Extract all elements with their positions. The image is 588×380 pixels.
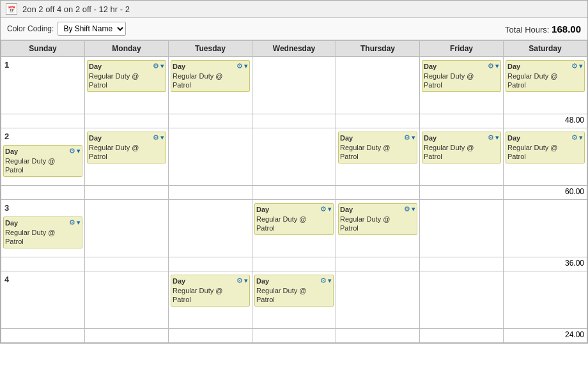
gear-icon[interactable] [153, 62, 159, 70]
dropdown-arrow-icon[interactable] [495, 62, 499, 70]
shift-actions-w2-d5[interactable] [488, 133, 499, 142]
week-hours-3: 36.00 [504, 257, 587, 271]
header-friday: Friday [420, 41, 504, 57]
toolbar: Color Coding: By Shift Name By Position … [1, 18, 587, 40]
header-wednesday: Wednesday [252, 41, 336, 57]
dropdown-arrow-icon[interactable] [495, 133, 499, 142]
shift-name-w2-d6: Day [507, 134, 520, 142]
shift-header-w1-d1-s0: Day [89, 62, 164, 70]
dropdown-arrow-icon[interactable] [328, 205, 332, 213]
total-hours-label: Total Hours: [505, 25, 549, 34]
shift-actions-w4-d2[interactable] [236, 277, 248, 285]
hours-empty-w2-d4 [336, 186, 420, 200]
dropdown-arrow-icon[interactable] [77, 218, 81, 227]
shift-card-w2-d6-s0: DayRegular Duty @ Patrol [506, 132, 585, 163]
gear-icon[interactable] [571, 133, 578, 142]
shift-duty-w1-d5: Regular Duty @ Patrol [424, 72, 499, 90]
hours-empty-w2-d0 [1, 186, 85, 200]
week4-day3: DayRegular Duty @ Patrol [252, 271, 336, 329]
gear-icon[interactable] [404, 205, 410, 213]
shift-name-w3-d3: Day [256, 206, 269, 213]
shift-duty-w3-d0: Regular Duty @ Patrol [5, 228, 81, 247]
shift-actions-w3-d3[interactable] [320, 205, 332, 213]
shift-duty-w1-d6: Regular Duty @ Patrol [507, 72, 583, 90]
gear-icon[interactable] [153, 133, 159, 142]
gear-icon[interactable] [69, 147, 75, 155]
shift-card-w3-d0-s0: DayRegular Duty @ Patrol [3, 217, 82, 248]
shift-header-w2-d6-s0: Day [507, 133, 583, 142]
week2-day5: DayRegular Duty @ Patrol [420, 128, 504, 186]
calendar-table: Sunday Monday Tuesday Wednesday Thursday… [1, 40, 587, 343]
shift-card-w2-d5-s0: DayRegular Duty @ Patrol [422, 132, 501, 163]
gear-icon[interactable] [320, 277, 327, 285]
shift-header-w4-d2-s0: Day [173, 277, 248, 285]
calendar-header-row: Sunday Monday Tuesday Wednesday Thursday… [1, 41, 587, 57]
app-container: 📅 2on 2 off 4 on 2 off - 12 hr - 2 Color… [0, 0, 588, 344]
shift-duty-w2-d5: Regular Duty @ Patrol [424, 143, 499, 162]
total-hours-display: Total Hours: 168.00 [505, 24, 581, 34]
hours-empty-w1-d3 [252, 114, 336, 128]
shift-header-w1-d5-s0: Day [424, 62, 499, 70]
shift-actions-w4-d3[interactable] [320, 277, 332, 285]
shift-name-w3-d0: Day [5, 219, 18, 227]
dropdown-arrow-icon[interactable] [77, 147, 81, 155]
week-row-3: 3DayRegular Duty @ PatrolDayRegular Duty… [1, 200, 587, 257]
dropdown-arrow-icon[interactable] [244, 277, 248, 285]
hours-empty-w1-d1 [85, 114, 169, 128]
dropdown-arrow-icon[interactable] [579, 62, 583, 70]
shift-card-w4-d3-s0: DayRegular Duty @ Patrol [254, 275, 334, 307]
gear-icon[interactable] [571, 62, 578, 70]
hours-empty-w1-d5 [420, 114, 504, 128]
shift-actions-w2-d6[interactable] [571, 133, 583, 142]
gear-icon[interactable] [488, 62, 494, 70]
shift-actions-w2-d1[interactable] [153, 133, 164, 142]
calendar-icon-symbol: 📅 [8, 6, 15, 13]
week1-day2: DayRegular Duty @ Patrol [169, 57, 252, 114]
shift-actions-w1-d5[interactable] [488, 62, 499, 70]
shift-actions-w2-d0[interactable] [69, 147, 81, 155]
week-row-4: 4DayRegular Duty @ PatrolDayRegular Duty… [1, 271, 587, 329]
gear-icon[interactable] [320, 205, 327, 213]
gear-icon[interactable] [404, 133, 410, 142]
shift-actions-w1-d6[interactable] [571, 62, 583, 70]
gear-icon[interactable] [236, 62, 243, 70]
week3-day1 [85, 200, 169, 257]
hours-empty-w3-d5 [420, 257, 504, 271]
shift-actions-w2-d4[interactable] [404, 133, 415, 142]
shift-actions-w1-d1[interactable] [153, 62, 164, 70]
hours-empty-w4-d1 [85, 329, 169, 343]
shift-header-w1-d2-s0: Day [173, 62, 248, 70]
dropdown-arrow-icon[interactable] [160, 133, 164, 142]
shift-header-w2-d0-s0: Day [5, 147, 81, 155]
shift-header-w1-d6-s0: Day [507, 62, 583, 70]
shift-actions-w3-d0[interactable] [69, 218, 81, 227]
shift-actions-w3-d4[interactable] [404, 205, 415, 213]
dropdown-arrow-icon[interactable] [244, 62, 248, 70]
dropdown-arrow-icon[interactable] [328, 277, 332, 285]
hours-row-4: 24.00 [1, 329, 587, 343]
color-coding-label: Color Coding: [7, 24, 54, 33]
shift-actions-w1-d2[interactable] [236, 62, 248, 70]
shift-duty-w2-d6: Regular Duty @ Patrol [507, 143, 583, 162]
header-tuesday: Tuesday [169, 41, 252, 57]
gear-icon[interactable] [236, 277, 243, 285]
week3-day5 [420, 200, 504, 257]
dropdown-arrow-icon[interactable] [160, 62, 164, 70]
shift-header-w3-d0-s0: Day [5, 218, 81, 227]
shift-name-w1-d1: Day [89, 63, 102, 70]
hours-empty-w3-d0 [1, 257, 85, 271]
hours-row-2: 60.00 [1, 186, 587, 200]
week2-day1: DayRegular Duty @ Patrol [85, 128, 169, 186]
gear-icon[interactable] [69, 218, 75, 227]
dropdown-arrow-icon[interactable] [412, 205, 415, 213]
week3-day3: DayRegular Duty @ Patrol [252, 200, 336, 257]
dropdown-arrow-icon[interactable] [412, 133, 415, 142]
week4-day6 [504, 271, 587, 329]
dropdown-arrow-icon[interactable] [579, 133, 583, 142]
color-coding-select[interactable]: By Shift Name By Position By Employee [58, 22, 126, 36]
gear-icon[interactable] [488, 133, 494, 142]
shift-card-w1-d5-s0: DayRegular Duty @ Patrol [422, 60, 501, 92]
hours-empty-w4-d4 [336, 329, 420, 343]
week-number-1: 1 [3, 59, 82, 72]
hours-empty-w4-d2 [169, 329, 252, 343]
